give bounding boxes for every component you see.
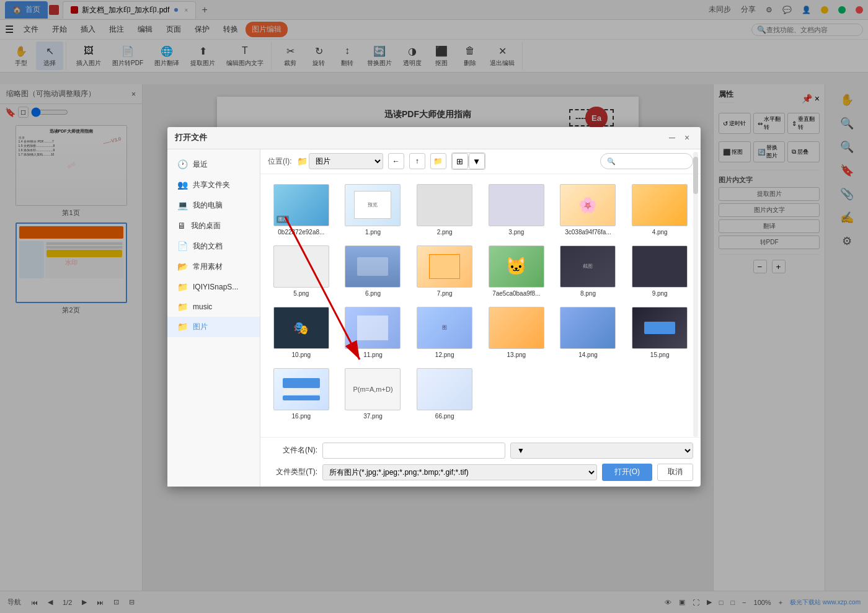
folder-icon: 📁 bbox=[297, 156, 308, 166]
file-thumb-3c03: 🌸 bbox=[560, 184, 616, 226]
file-thumb-11 bbox=[345, 307, 401, 349]
filename-8: 8.png bbox=[580, 290, 596, 297]
filename-4: 4.png bbox=[652, 229, 668, 236]
filename-2: 2.png bbox=[437, 229, 453, 236]
file-item-15[interactable]: 15.png bbox=[626, 304, 693, 361]
filename-input[interactable] bbox=[322, 443, 505, 459]
filename-dropdown[interactable]: ▼ bbox=[510, 443, 693, 459]
thumb-preview-1: 预览 bbox=[354, 191, 391, 219]
filename-7ae5: 7ae5ca0baa9f8... bbox=[492, 290, 540, 297]
nav-new-folder-btn[interactable]: 📁 bbox=[430, 153, 446, 169]
view-toggle: ⊞ ▼ bbox=[451, 152, 485, 170]
nav-mydocs[interactable]: 📄 我的文档 bbox=[167, 236, 260, 257]
location-select[interactable]: 图片 bbox=[309, 153, 383, 169]
open-file-dialog: 打开文件 ─ × 🕐 最近 👥 共享文件夹 💻 我的电脑 bbox=[167, 127, 701, 487]
file-item-12[interactable]: 图 12.png bbox=[411, 304, 478, 361]
file-item-10[interactable]: 🎭 10.png bbox=[268, 304, 335, 361]
file-item-14[interactable]: 14.png bbox=[555, 304, 622, 361]
filename-3: 3.png bbox=[508, 229, 524, 236]
file-thumb-3 bbox=[489, 184, 544, 226]
nav-music-label: music bbox=[193, 302, 212, 311]
dialog-body: 🕐 最近 👥 共享文件夹 💻 我的电脑 🖥 我的桌面 📄 我的文档 bbox=[167, 149, 701, 487]
nav-images[interactable]: 📁 图片 bbox=[167, 317, 260, 337]
file-item-3c03[interactable]: 🌸 3c038a94f76fa... bbox=[555, 182, 622, 238]
nav-recent[interactable]: 🕐 最近 bbox=[167, 154, 260, 175]
file-item-4[interactable]: 4.png bbox=[626, 182, 693, 238]
thumb-8-text: 截图 bbox=[583, 263, 593, 270]
file-thumb-1: 预览 bbox=[345, 184, 401, 226]
recent-icon: 🕐 bbox=[177, 159, 188, 169]
dialog-search-input[interactable] bbox=[600, 153, 693, 169]
nav-mypc[interactable]: 💻 我的电脑 bbox=[167, 195, 260, 216]
nav-common-label: 常用素材 bbox=[193, 262, 223, 272]
thumb-6-box bbox=[357, 257, 388, 276]
dialog-title: 打开文件 bbox=[175, 132, 666, 143]
nav-recent-label: 最近 bbox=[193, 159, 208, 170]
file-item-3[interactable]: 3.png bbox=[483, 182, 550, 238]
file-item-8[interactable]: 截图 8.png bbox=[555, 243, 622, 299]
nav-shared[interactable]: 👥 共享文件夹 bbox=[167, 175, 260, 195]
nav-iqiyi[interactable]: 📁 IQIYISnapS... bbox=[167, 277, 260, 297]
filename-10: 10.png bbox=[292, 351, 311, 358]
file-item-6[interactable]: 6.png bbox=[340, 243, 407, 299]
filename-7: 7.png bbox=[437, 290, 453, 297]
filename-9: 9.png bbox=[652, 290, 668, 297]
music-icon: 📁 bbox=[177, 302, 188, 312]
file-thumb-12: 图 bbox=[417, 307, 472, 349]
nav-music[interactable]: 📁 music bbox=[167, 297, 260, 317]
filetype-select[interactable]: 所有图片(*.jpg;*.jpeg;*.png;*.bmp;*.gif;*.ti… bbox=[322, 464, 597, 480]
dialog-scrollbar[interactable] bbox=[693, 152, 698, 437]
file-item-5[interactable]: 5.png bbox=[268, 243, 335, 299]
nav-back-btn[interactable]: ← bbox=[388, 153, 404, 169]
file-item-11[interactable]: 11.png bbox=[340, 304, 407, 361]
dialog-titlebar: 打开文件 ─ × bbox=[167, 127, 701, 149]
thumb-7-box bbox=[429, 254, 460, 279]
file-thumb-66 bbox=[417, 368, 472, 410]
filename-label: 文件名(N): bbox=[268, 445, 317, 456]
nav-common[interactable]: 📂 常用素材 bbox=[167, 257, 260, 277]
file-thumb-10: 🎭 bbox=[273, 307, 329, 349]
flower-icon: 🌸 bbox=[578, 196, 597, 214]
nav-desktop[interactable]: 🖥 我的桌面 bbox=[167, 216, 260, 236]
filetype-label: 文件类型(T): bbox=[268, 467, 317, 477]
nav-up-btn[interactable]: ↑ bbox=[409, 153, 425, 169]
list-view-btn[interactable]: ▼ bbox=[469, 153, 485, 169]
file-item-2[interactable]: 2.png bbox=[411, 182, 478, 238]
grid-view-btn[interactable]: ⊞ bbox=[452, 153, 468, 169]
dialog-minimize-btn[interactable]: ─ bbox=[666, 131, 678, 144]
file-item-37[interactable]: P(m=A,m+D) 37.png bbox=[340, 366, 407, 422]
filename-0b22: 0b22372e92a8... bbox=[278, 229, 324, 236]
file-thumb-5 bbox=[273, 245, 329, 288]
footer-filename-row: 文件名(N): ▼ bbox=[268, 443, 693, 459]
thumb-12-content: 图 bbox=[417, 307, 472, 348]
filename-13: 13.png bbox=[507, 351, 526, 358]
file-item-13[interactable]: 13.png bbox=[483, 304, 550, 361]
file-item-0b22[interactable]: 图片 0b22372e92a8... bbox=[268, 182, 335, 238]
file-thumb-0b22: 图片 bbox=[273, 184, 329, 226]
file-item-7ae5[interactable]: 🐱 7ae5ca0baa9f8... bbox=[483, 243, 550, 299]
thumb-16-footer bbox=[283, 395, 320, 400]
mydocs-icon: 📄 bbox=[177, 241, 188, 251]
file-item-9[interactable]: 9.png bbox=[626, 243, 693, 299]
file-grid: 图片 0b22372e92a8... 预览 1.png 2.png bbox=[260, 174, 701, 437]
file-item-7[interactable]: 7.png bbox=[411, 243, 478, 299]
file-thumb-6 bbox=[345, 245, 401, 288]
cancel-btn[interactable]: 取消 bbox=[657, 464, 693, 481]
scrollbar-thumb[interactable] bbox=[693, 157, 698, 194]
thumb-16-body bbox=[283, 389, 320, 394]
file-item-66[interactable]: 66.png bbox=[411, 366, 478, 422]
thumb-8-content: 截图 bbox=[560, 246, 615, 287]
file-thumb-8: 截图 bbox=[560, 245, 616, 288]
file-item-1[interactable]: 预览 1.png bbox=[340, 182, 407, 238]
file-thumb-4 bbox=[632, 184, 688, 226]
file-thumb-7 bbox=[417, 245, 472, 288]
images-icon: 📁 bbox=[177, 322, 188, 332]
nav-images-label: 图片 bbox=[193, 322, 208, 332]
filename-12: 12.png bbox=[435, 351, 454, 358]
dialog-close-btn[interactable]: × bbox=[681, 131, 693, 144]
file-item-16[interactable]: 16.png bbox=[268, 366, 335, 422]
open-btn[interactable]: 打开(O) bbox=[602, 464, 652, 481]
footer-filetype-row: 文件类型(T): 所有图片(*.jpg;*.jpeg;*.png;*.bmp;*… bbox=[268, 464, 693, 481]
file-thumb-15 bbox=[632, 307, 688, 349]
thumb-7-content bbox=[417, 246, 472, 287]
